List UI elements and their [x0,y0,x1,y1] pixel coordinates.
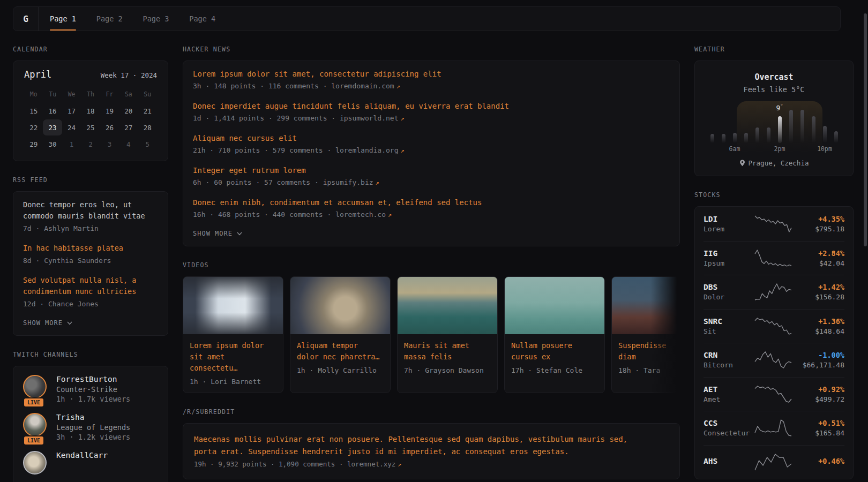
calendar-day: 28 [138,119,157,135]
tab-page-1[interactable]: Page 1 [40,7,86,31]
calendar-day: 15 [24,103,43,119]
video-title[interactable]: Suspendisse diam [618,340,677,363]
stock-price: $148.64 [793,327,844,335]
rss-item: Sed volutpat nulla nisl, a condimentum n… [23,275,158,310]
twitch-widget: LIVE ForrestBurton Counter-Strike 1h · 1… [13,366,168,482]
weather-hour-label: 2pm [774,145,785,153]
external-link-icon[interactable]: ↗ [396,82,400,90]
calendar-dow: Tu [43,86,62,102]
hn-item-title[interactable]: Lorem ipsum dolor sit amet, consectetur … [193,69,670,79]
video-card[interactable]: Aliquam tempor dolor nec pharetra… 1h · … [290,276,391,393]
right-column: WEATHER Overcast Feels like 5°C 6am2pm10… [694,46,854,482]
calendar-day: 3 [100,136,119,152]
rss-item-meta: 12d · Chance Jones [23,299,158,310]
calendar-day: 25 [81,119,100,135]
stock-row[interactable]: CRNBitcorn -1.00%$66,171.48 [704,343,844,377]
rss-item: Donec tempor eros leo, ut commodo mauris… [23,199,158,234]
video-card[interactable]: Nullam posuere cursus ex 17h · Stefan Co… [504,276,605,393]
video-title[interactable]: Aliquam tempor dolor nec pharetra… [297,340,384,363]
weather-condition: Overcast [706,72,842,82]
stock-row[interactable]: AETAmet +0.92%$499.72 [704,377,844,411]
calendar-day: 21 [138,103,157,119]
tab-page-3[interactable]: Page 3 [133,7,179,31]
stock-row[interactable]: IIGIpsum +2.84%$42.04 [704,241,844,275]
twitch-channel-name[interactable]: KendallCarr [56,451,108,460]
stock-symbol: CCS [704,419,753,427]
stock-change: +0.46% [793,457,844,465]
calendar-day: 4 [119,136,138,152]
page-scrollbar-thumb[interactable] [864,13,867,246]
video-card[interactable]: Mauris sit amet massa felis 7h · Grayson… [397,276,498,393]
stock-row[interactable]: CCSConsectetur +0.51%$165.84 [704,411,844,445]
weather-bar [789,110,793,143]
avatar [23,413,47,436]
video-thumbnail[interactable] [398,277,497,334]
stock-name: Ipsum [704,259,753,267]
calendar-day: 1 [62,136,81,152]
stock-sparkline [753,283,793,301]
stock-name: Amet [704,395,753,403]
stock-change: +4.35% [793,215,844,223]
stock-change: +0.92% [793,385,844,394]
stock-name: Lorem [704,225,753,233]
twitch-channel-row[interactable]: LIVE Trisha League of Legends 3h · 1.2k … [23,413,158,441]
subreddit-section-label: /R/SUBREDDIT [183,408,680,416]
weather-hour-label: 10pm [817,145,832,153]
video-card[interactable]: Lorem ipsum dolor sit amet consectetu… 1… [183,276,283,393]
rss-item-title[interactable]: Sed volutpat nulla nisl, a condimentum n… [23,275,158,297]
reddit-post-title[interactable]: Maecenas mollis pulvinar erat non posuer… [194,433,647,457]
tab-page-2[interactable]: Page 2 [86,7,133,31]
rss-item-title[interactable]: In hac habitasse platea [23,243,158,254]
twitch-channel-row[interactable]: KendallCarr [23,451,158,475]
weather-bar [710,134,714,143]
twitch-section-label: TWITCH CHANNELS [13,351,168,358]
calendar-day: 29 [24,136,43,152]
stock-price: $499.72 [793,395,844,403]
video-thumbnail[interactable] [612,277,680,334]
calendar-month: April [24,69,51,80]
external-link-icon[interactable]: ↗ [398,461,401,468]
hn-item-title[interactable]: Donec enim nibh, condimentum et accumsan… [193,197,670,208]
video-thumbnail[interactable] [290,277,390,334]
stock-row[interactable]: LDILorem +4.35%$795.18 [704,207,844,241]
stock-row[interactable]: DBSDolor +1.42%$156.28 [704,275,844,309]
stock-row[interactable]: SNRCSit +1.36%$148.64 [704,309,844,343]
external-link-icon[interactable]: ↗ [401,147,405,154]
rss-show-more-button[interactable]: SHOW MORE [23,319,158,327]
live-badge: LIVE [23,435,44,446]
video-thumbnail[interactable] [183,277,283,334]
weather-section-label: WEATHER [694,46,854,53]
video-thumbnail[interactable] [505,277,604,334]
stock-symbol: LDI [704,215,753,223]
rss-item-meta: 8d · Cynthia Saunders [23,255,158,266]
external-link-icon[interactable]: ↗ [401,115,405,122]
weather-bar-current [778,116,782,143]
hn-item: Donec enim nibh, condimentum et accumsan… [193,197,670,220]
hn-item-title[interactable]: Donec imperdiet augue tincidunt felis al… [193,101,670,111]
hn-show-more-button[interactable]: SHOW MORE [193,230,670,237]
rss-item-title[interactable]: Donec tempor eros leo, ut commodo mauris… [23,199,158,222]
twitch-channel-name[interactable]: ForrestBurton [56,375,130,383]
hn-item-title[interactable]: Aliquam nec cursus elit [193,133,670,144]
twitch-channel-row[interactable]: LIVE ForrestBurton Counter-Strike 1h · 1… [23,375,158,403]
video-title[interactable]: Nullam posuere cursus ex [511,340,598,363]
twitch-channel-name[interactable]: Trisha [56,413,130,421]
stock-sparkline [753,419,793,437]
video-meta: 17h · Stefan Cole [511,366,598,374]
hn-item-title[interactable]: Integer eget rutrum lorem [193,165,670,176]
stock-row[interactable]: AHS +0.46% [704,445,844,479]
calendar-day: 30 [43,136,62,152]
external-link-icon[interactable]: ↗ [388,211,392,219]
weather-bar [767,127,770,143]
calendar-day: 24 [62,119,81,135]
tab-page-4[interactable]: Page 4 [179,7,226,31]
video-title[interactable]: Mauris sit amet massa felis [404,340,491,363]
stock-change: +1.36% [793,317,844,326]
stock-sparkline [753,453,793,471]
app-logo[interactable]: G [13,7,39,31]
videos-carousel: Lorem ipsum dolor sit amet consectetu… 1… [183,276,680,393]
video-card[interactable]: Suspendisse diam 18h · Tara [611,276,680,393]
video-title[interactable]: Lorem ipsum dolor sit amet consectetu… [190,340,276,374]
dashboard-page: G Page 1 Page 2 Page 3 Page 4 CALENDAR A… [0,0,855,482]
external-link-icon[interactable]: ↗ [376,179,379,186]
